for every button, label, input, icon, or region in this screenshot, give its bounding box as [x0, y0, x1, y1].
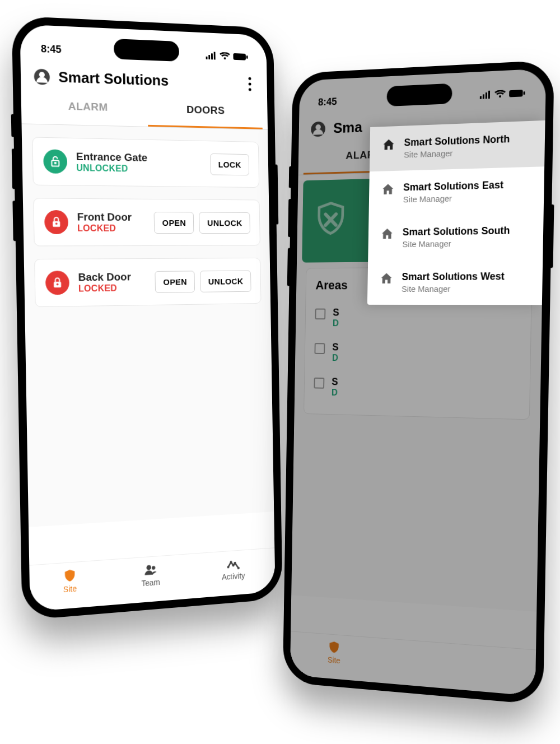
- menu-role: Site Manager: [403, 192, 503, 204]
- door-name: Front Door: [77, 211, 146, 224]
- menu-role: Site Manager: [402, 283, 505, 294]
- svg-point-9: [249, 82, 251, 85]
- nav-team[interactable]: Team: [141, 562, 160, 588]
- account-icon[interactable]: [33, 68, 50, 86]
- svg-rect-1: [208, 55, 210, 59]
- menu-item-east[interactable]: Smart Solutions East Site Manager: [368, 166, 544, 216]
- door-status: LOCKED: [78, 283, 147, 294]
- svg-rect-4: [233, 53, 246, 61]
- activity-icon: [226, 556, 240, 571]
- tabs: ALARM DOORS: [21, 89, 268, 130]
- menu-label: Smart Solutions South: [403, 225, 510, 238]
- signal-icon: [206, 52, 216, 60]
- door-card-entrance-gate: Entrance Gate UNLOCKED LOCK: [32, 137, 259, 188]
- nav-label: Site: [63, 584, 77, 594]
- tab-alarm[interactable]: ALARM: [27, 89, 148, 127]
- phone-site-menu: 8:45 Sma ALAR: [280, 67, 549, 694]
- menu-item-west[interactable]: Smart Solutions West Site Manager: [367, 259, 543, 305]
- stage: 8:45 Smart Solutions ALARM: [0, 0, 560, 744]
- menu-label: Smart Solutions West: [402, 271, 505, 283]
- svg-rect-12: [54, 162, 57, 164]
- lock-button[interactable]: LOCK: [210, 153, 249, 175]
- unlock-button[interactable]: UNLOCK: [199, 212, 250, 234]
- bottom-nav: Site Team Activity: [29, 547, 275, 611]
- nav-activity[interactable]: Activity: [221, 556, 245, 582]
- more-icon[interactable]: [248, 77, 251, 91]
- svg-point-10: [249, 88, 251, 91]
- battery-icon: [233, 53, 248, 61]
- svg-rect-5: [246, 55, 248, 59]
- dynamic-island: [114, 39, 179, 62]
- menu-label: Smart Solutions East: [403, 179, 503, 194]
- site-title: Smart Solutions: [58, 68, 241, 92]
- svg-rect-2: [211, 53, 213, 59]
- team-icon: [143, 562, 158, 578]
- door-status: LOCKED: [77, 224, 146, 234]
- site-select-menu: Smart Solutions North Site Manager Smart…: [367, 120, 545, 305]
- svg-rect-3: [214, 52, 216, 60]
- menu-item-south[interactable]: Smart Solutions South Site Manager: [368, 213, 544, 261]
- unlock-icon: [43, 149, 67, 174]
- nav-label: Team: [141, 578, 160, 588]
- open-button[interactable]: OPEN: [154, 211, 194, 233]
- wifi-icon: [220, 52, 230, 61]
- svg-point-18: [152, 566, 155, 570]
- menu-role: Site Manager: [402, 238, 510, 249]
- door-status: UNLOCKED: [76, 163, 202, 175]
- lock-icon: [45, 271, 69, 295]
- nav-label: Activity: [222, 571, 245, 582]
- nav-site[interactable]: Site: [62, 568, 77, 594]
- lock-icon: [44, 210, 68, 234]
- home-icon: [379, 271, 393, 286]
- menu-role: Site Manager: [404, 146, 510, 159]
- home-icon: [381, 137, 395, 152]
- menu-item-north[interactable]: Smart Solutions North Site Manager: [369, 120, 545, 171]
- tab-doors[interactable]: DOORS: [147, 92, 263, 129]
- svg-point-17: [146, 565, 151, 570]
- home-icon: [381, 182, 395, 197]
- svg-point-8: [249, 77, 251, 80]
- status-time: 8:45: [41, 43, 62, 55]
- doors-list: Entrance Gate UNLOCKED LOCK: [22, 124, 274, 527]
- shield-icon: [62, 568, 77, 584]
- svg-rect-0: [206, 57, 208, 59]
- door-card-back-door: Back Door LOCKED OPEN UNLOCK: [34, 258, 261, 307]
- home-icon: [380, 227, 394, 241]
- door-card-front-door: Front Door LOCKED OPEN UNLOCK: [33, 198, 260, 246]
- unlock-button[interactable]: UNLOCK: [200, 270, 251, 292]
- door-name: Back Door: [78, 271, 146, 283]
- open-button[interactable]: OPEN: [155, 271, 195, 293]
- phone-doors: 8:45 Smart Solutions ALARM: [17, 22, 286, 610]
